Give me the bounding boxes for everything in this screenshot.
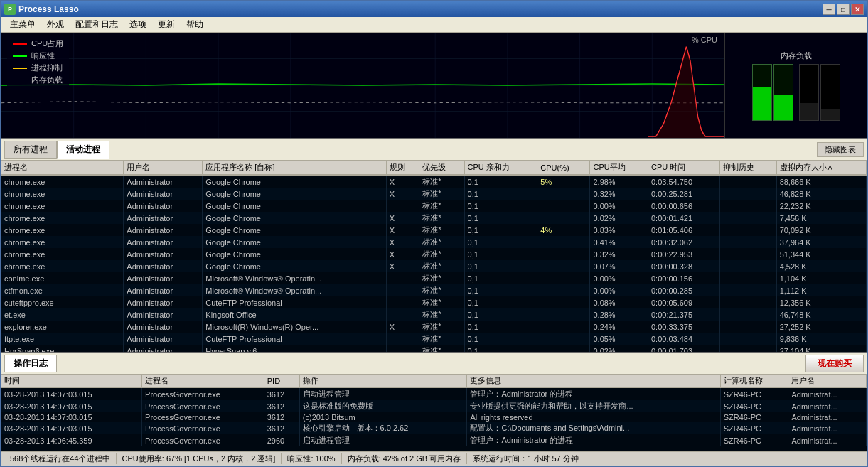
list-item[interactable]: 03-28-2013 14:07:03.015ProcessGovernor.e… [1, 412, 867, 422]
menu-appearance[interactable]: 外观 [41, 17, 70, 32]
table-cell: 标准* [419, 248, 464, 260]
table-cell: ctfmon.exe [1, 284, 124, 296]
maximize-button[interactable]: □ [837, 4, 850, 15]
log-table-body: 03-28-2013 14:07:03.015ProcessGovernor.e… [1, 387, 867, 446]
table-row[interactable]: cuteftppro.exeAdministratorCuteFTP Profe… [1, 296, 867, 308]
log-cell: 03-28-2013 14:07:03.015 [1, 422, 142, 434]
table-cell: Administrator [124, 175, 203, 188]
table-row[interactable]: chrome.exeAdministratorGoogle ChromeX标准*… [1, 236, 867, 248]
table-cell: 标准* [419, 260, 464, 272]
list-item[interactable]: 03-28-2013 14:06:45.359ProcessGovernor.e… [1, 434, 867, 446]
col-suppress: 抑制历史 [719, 161, 776, 175]
memory-bar-4 [820, 64, 840, 121]
legend-cpu: CPU占用 [13, 38, 63, 49]
table-cell: 0,1 [464, 321, 537, 333]
memory-fill-3 [800, 103, 818, 119]
table-row[interactable]: et.exeAdministratorKingsoft Office标准*0,1… [1, 308, 867, 321]
process-table-body: chrome.exeAdministratorGoogle ChromeX标准*… [1, 175, 867, 352]
table-row[interactable]: conime.exeAdministratorMicrosoft® Window… [1, 272, 867, 284]
table-row[interactable]: chrome.exeAdministratorGoogle ChromeX标准*… [1, 260, 867, 272]
process-table-container[interactable]: 进程名 用户名 应用程序名称 [自称] 规则 优先级 CPU 亲和力 CPU(%… [1, 161, 867, 352]
table-cell [719, 212, 776, 224]
table-cell: Microsoft(R) Windows(R) Oper... [203, 321, 387, 333]
menu-config[interactable]: 配置和日志 [70, 17, 124, 32]
table-cell: 0:00:22.953 [648, 248, 720, 260]
table-cell: 0:00:03.484 [648, 333, 720, 345]
table-cell [719, 284, 776, 296]
table-cell: CuteFTP Professional [203, 296, 387, 308]
table-cell: 0.00% [590, 284, 648, 296]
table-cell: Administrator [124, 345, 203, 352]
table-cell: Google Chrome [203, 175, 387, 188]
list-item[interactable]: 03-28-2013 14:07:03.015ProcessGovernor.e… [1, 387, 867, 400]
hide-chart-button[interactable]: 隐藏图表 [817, 142, 864, 157]
table-cell: 27,252 K [776, 321, 866, 333]
minimize-button[interactable]: ─ [823, 4, 835, 15]
window-title: Process Lasso [18, 4, 79, 14]
table-cell: 0:00:05.609 [648, 296, 720, 308]
table-row[interactable]: HprSnap6.exeAdministratorHyperSnap v.6标准… [1, 345, 867, 352]
table-cell: 12,356 K [776, 296, 866, 308]
tab-all-processes[interactable]: 所有进程 [4, 141, 57, 159]
table-cell: Microsoft® Windows® Operatin... [203, 284, 387, 296]
table-cell [537, 200, 590, 212]
log-cell: SZR46-PC [720, 400, 788, 412]
log-cell: 配置从：C:\Documents and Settings\Admini... [467, 422, 720, 434]
menu-help[interactable]: 帮助 [181, 17, 209, 32]
chart-area: CPU占用 响应性 进程抑制 内存负载 [1, 33, 867, 139]
close-button[interactable]: ✕ [851, 4, 864, 15]
table-cell: Microsoft® Windows® Operatin... [203, 272, 387, 284]
table-cell: chrome.exe [1, 236, 124, 248]
table-row[interactable]: chrome.exeAdministratorGoogle ChromeX标准*… [1, 212, 867, 224]
table-cell: HprSnap6.exe [1, 345, 124, 352]
log-table-container[interactable]: 时间 进程名 PID 操作 更多信息 计算机名称 用户名 03-28-2013 … [1, 375, 867, 451]
table-cell: 0,1 [464, 236, 537, 248]
menu-main[interactable]: 主菜单 [4, 17, 41, 32]
log-cell: 3612 [264, 412, 299, 422]
menu-options[interactable]: 选项 [124, 17, 152, 32]
table-cell: HyperSnap v.6 [203, 345, 387, 352]
memory-fill-4 [821, 109, 840, 120]
table-row[interactable]: ftpte.exeAdministratorCuteFTP Profession… [1, 333, 867, 345]
log-col-action: 操作 [299, 375, 467, 387]
log-cell: Administrat... [788, 422, 867, 434]
table-row[interactable]: chrome.exeAdministratorGoogle ChromeX标准*… [1, 188, 867, 200]
table-row[interactable]: chrome.exeAdministratorGoogle ChromeX标准*… [1, 175, 867, 188]
table-cell: 0,1 [464, 284, 537, 296]
log-cell: ProcessGovernor.exe [142, 400, 264, 412]
list-item[interactable]: 03-28-2013 14:07:03.015ProcessGovernor.e… [1, 400, 867, 412]
table-cell: chrome.exe [1, 200, 124, 212]
table-cell: chrome.exe [1, 248, 124, 260]
table-cell: Google Chrome [203, 248, 387, 260]
memory-fill-1 [753, 87, 771, 120]
table-row[interactable]: explorer.exeAdministratorMicrosoft(R) Wi… [1, 321, 867, 333]
process-panel-header: 所有进程 活动进程 隐藏图表 [1, 139, 867, 161]
table-cell [537, 188, 590, 200]
table-row[interactable]: chrome.exeAdministratorGoogle ChromeX标准*… [1, 248, 867, 260]
table-cell [719, 224, 776, 236]
table-cell: 88,666 K [776, 175, 866, 188]
list-item[interactable]: 03-28-2013 14:07:03.015ProcessGovernor.e… [1, 422, 867, 434]
table-cell [537, 296, 590, 308]
table-row[interactable]: chrome.exeAdministratorGoogle Chrome标准*0… [1, 200, 867, 212]
log-col-process: 进程名 [142, 375, 264, 387]
legend-response-label: 响应性 [31, 50, 55, 61]
table-cell: 0,1 [464, 224, 537, 236]
log-cell: 核心引擎启动 - 版本：6.0.2.62 [299, 422, 467, 434]
buy-button[interactable]: 现在购买 [805, 355, 864, 372]
table-cell: 70,092 K [776, 224, 866, 236]
table-cell: 标准* [419, 345, 464, 352]
table-cell: 标准* [419, 284, 464, 296]
menu-update[interactable]: 更新 [152, 17, 181, 32]
table-row[interactable]: ctfmon.exeAdministratorMicrosoft® Window… [1, 284, 867, 296]
table-row[interactable]: chrome.exeAdministratorGoogle ChromeX标准*… [1, 224, 867, 236]
log-cell: 3612 [264, 422, 299, 434]
col-process-name: 进程名 [1, 161, 124, 175]
tab-active-processes[interactable]: 活动进程 [57, 141, 109, 159]
table-cell [719, 308, 776, 321]
table-cell: 0.41% [590, 236, 648, 248]
process-tabs: 所有进程 活动进程 [4, 141, 109, 159]
titlebar-left: P Process Lasso [4, 4, 79, 15]
table-cell [537, 321, 590, 333]
table-cell: 27,104 K [776, 345, 866, 352]
